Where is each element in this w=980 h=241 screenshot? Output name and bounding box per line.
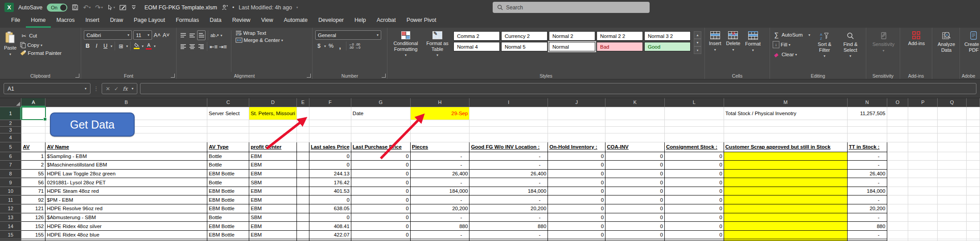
clear-button[interactable]: ◆Clear▾ — [773, 50, 810, 59]
tab-data[interactable]: Data — [205, 15, 226, 28]
cell-Q5[interactable] — [938, 142, 967, 152]
cell-J6[interactable]: 0 — [548, 152, 605, 161]
cell-K3[interactable] — [605, 126, 665, 133]
cell-E11[interactable] — [296, 195, 309, 204]
tab-developer[interactable]: Developer — [313, 15, 349, 28]
find-select-button[interactable]: Find & Select▾ — [839, 31, 862, 59]
table-header-D5[interactable]: profit Center — [249, 142, 297, 152]
cell-E9[interactable] — [296, 178, 309, 187]
cell-K7[interactable]: 0 — [605, 161, 665, 170]
cell-M15[interactable] — [724, 230, 847, 239]
cell-P16[interactable] — [908, 239, 938, 241]
cell-K11[interactable]: 0 — [605, 195, 665, 204]
cell-I13[interactable]: - — [469, 213, 548, 222]
cell-F4[interactable] — [309, 133, 351, 142]
col-header-P[interactable]: P — [908, 98, 938, 107]
cell-Q9[interactable] — [938, 178, 967, 187]
col-header-N[interactable]: N — [847, 98, 887, 107]
row-header-1[interactable]: 1 — [0, 107, 21, 120]
col-header-M[interactable]: M — [724, 98, 847, 107]
table-header-I5[interactable]: Good FG W/o INV Location : — [469, 142, 548, 152]
cell-G7[interactable]: 0 — [351, 161, 410, 170]
tab-home[interactable]: Home — [26, 15, 50, 28]
sort-filter-button[interactable]: AZ Sort & Filter▾ — [812, 31, 836, 59]
align-center-button[interactable] — [188, 42, 196, 51]
cell-M1[interactable]: Total Stock / Physical Invenotry — [724, 107, 847, 120]
tab-insert[interactable]: Insert — [80, 15, 104, 28]
cell-R15[interactable] — [966, 230, 980, 239]
col-header-L[interactable]: L — [664, 98, 724, 107]
cell-G8[interactable]: 0 — [351, 169, 410, 178]
cell-J14[interactable]: 0 — [548, 222, 605, 231]
number-format-select[interactable]: General▾ — [315, 30, 381, 40]
document-title[interactable]: EOM FG-PKG Template.xlsm — [144, 4, 217, 11]
tab-view[interactable]: View — [256, 15, 278, 28]
number-dialog-launcher[interactable] — [382, 74, 386, 78]
font-dialog-launcher[interactable] — [171, 74, 175, 78]
cell-E12[interactable] — [296, 204, 309, 213]
cell-E15[interactable] — [296, 230, 309, 239]
cell-M12[interactable] — [724, 204, 847, 213]
cell-H12[interactable]: 20,200 — [410, 204, 469, 213]
cell-L12[interactable]: 0 — [664, 204, 724, 213]
cell-P7[interactable] — [908, 161, 938, 170]
cell-D6[interactable]: EBM — [249, 152, 297, 161]
cell-R13[interactable] — [966, 213, 980, 222]
cell-I14[interactable]: 880 — [469, 222, 548, 231]
cell-A15[interactable]: 155 — [21, 230, 45, 239]
cell-J8[interactable]: 0 — [548, 169, 605, 178]
cell-N15[interactable]: - — [847, 230, 887, 239]
autosum-button[interactable]: ∑AutoSum▾ — [773, 30, 810, 39]
cell-C9[interactable]: Bottle — [207, 178, 249, 187]
merge-center-button[interactable]: Merge & Center▾ — [235, 37, 283, 43]
cell-J1[interactable] — [548, 107, 605, 120]
row-header-3[interactable]: 3 — [0, 126, 21, 133]
cell-O11[interactable] — [887, 195, 908, 204]
cell-K10[interactable]: 0 — [605, 187, 665, 195]
paste-button[interactable]: Paste▾ — [3, 30, 18, 57]
cell-R7[interactable] — [966, 161, 980, 170]
wrap-text-button[interactable]: Wrap Text — [235, 30, 283, 36]
accounting-format-button[interactable]: $ — [315, 42, 323, 50]
cell-C14[interactable]: EBM Bottle — [207, 222, 249, 231]
cell-C16[interactable] — [207, 239, 249, 241]
cell-K15[interactable]: 0 — [605, 230, 665, 239]
draw-mode-button[interactable] — [119, 4, 127, 11]
cell-B11[interactable]: $PM - EBM — [45, 195, 207, 204]
cell-K2[interactable] — [605, 120, 665, 126]
style-good[interactable]: Good — [644, 42, 691, 51]
fill-color-button[interactable] — [133, 42, 140, 50]
cell-L11[interactable]: 0 — [664, 195, 724, 204]
cell-I16[interactable] — [469, 239, 548, 241]
cell-R3[interactable] — [966, 126, 980, 133]
cell-Q1[interactable] — [938, 107, 967, 120]
col-header-F[interactable]: F — [309, 98, 351, 107]
cell-R14[interactable] — [966, 222, 980, 231]
last-modified-label[interactable]: Last Modified: 4h ago — [239, 4, 292, 11]
cell-N11[interactable]: - — [847, 195, 887, 204]
alignment-dialog-launcher[interactable] — [307, 74, 311, 78]
cell-G3[interactable] — [351, 126, 410, 133]
row-header-15[interactable]: 15 — [0, 230, 21, 239]
increase-font-button[interactable]: A˄ — [153, 31, 161, 40]
cell-G4[interactable] — [351, 133, 410, 142]
cell-P12[interactable] — [908, 204, 938, 213]
align-middle-button[interactable] — [188, 31, 196, 40]
insert-function-button[interactable]: fx — [123, 86, 128, 92]
italic-button[interactable]: I — [93, 42, 100, 50]
cell-I3[interactable] — [469, 126, 548, 133]
cell-N9[interactable]: - — [847, 178, 887, 187]
cell-N2[interactable] — [847, 120, 887, 126]
row-header-11[interactable]: 11 — [0, 195, 21, 204]
cell-O7[interactable] — [887, 161, 908, 170]
col-header-H[interactable]: H — [410, 98, 469, 107]
cell-A13[interactable]: 126 — [21, 213, 45, 222]
cell-M11[interactable] — [724, 195, 847, 204]
tab-draw[interactable]: Draw — [105, 15, 128, 28]
cell-I2[interactable] — [469, 120, 548, 126]
cell-I10[interactable]: 184,000 — [469, 187, 548, 195]
cell-K4[interactable] — [605, 133, 665, 142]
row-header-13[interactable]: 13 — [0, 213, 21, 222]
cell-F8[interactable]: 244.13 — [309, 169, 351, 178]
table-header-C5[interactable]: AV Type — [207, 142, 249, 152]
